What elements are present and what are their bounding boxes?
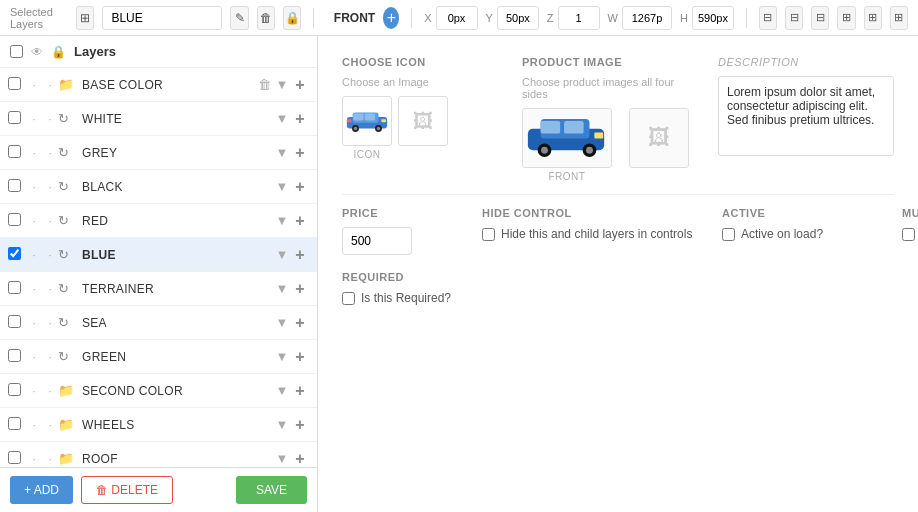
product-image-front-box[interactable]	[522, 108, 612, 168]
layer-checkbox[interactable]	[8, 315, 21, 328]
w-input[interactable]	[622, 6, 672, 30]
lock-icon[interactable]: 🔒	[283, 6, 301, 30]
layer-checkbox-wrap[interactable]	[8, 315, 26, 331]
layer-add-icon[interactable]: +	[291, 144, 309, 162]
layer-checkbox-wrap[interactable]	[8, 281, 26, 297]
layer-arrow-icon[interactable]: ▼	[273, 450, 291, 468]
layer-row[interactable]: · · 📁 WHEELS ▼ +	[0, 408, 317, 442]
layer-row[interactable]: · · ↻ RED ▼ +	[0, 204, 317, 238]
align-right-icon[interactable]: ⊟	[811, 6, 829, 30]
layer-eye-icon[interactable]: ·	[26, 249, 42, 261]
layer-lock-icon[interactable]: ·	[42, 113, 58, 125]
layer-eye-icon[interactable]: ·	[26, 79, 42, 91]
layer-eye-icon[interactable]: ·	[26, 283, 42, 295]
layer-add-icon[interactable]: +	[291, 416, 309, 434]
layer-eye-icon[interactable]: ·	[26, 351, 42, 363]
align-bottom-icon[interactable]: ⊞	[890, 6, 908, 30]
layer-checkbox[interactable]	[8, 247, 21, 260]
layer-checkbox-wrap[interactable]	[8, 145, 26, 161]
layer-lock-icon[interactable]: ·	[42, 215, 58, 227]
layer-checkbox-wrap[interactable]	[8, 383, 26, 399]
x-input[interactable]	[436, 6, 478, 30]
save-button[interactable]: SAVE	[236, 476, 307, 504]
layer-checkbox[interactable]	[8, 145, 21, 158]
layer-add-icon[interactable]: +	[291, 212, 309, 230]
align-center-h-icon[interactable]: ⊟	[785, 6, 803, 30]
layer-checkbox-wrap[interactable]	[8, 179, 26, 195]
h-input[interactable]	[692, 6, 734, 30]
layer-add-icon[interactable]: +	[291, 178, 309, 196]
layer-checkbox[interactable]	[8, 281, 21, 294]
layer-lock-icon[interactable]: ·	[42, 283, 58, 295]
layer-eye-icon[interactable]: ·	[26, 419, 42, 431]
layer-checkbox-wrap[interactable]	[8, 77, 26, 93]
car-icon-box[interactable]	[342, 96, 392, 146]
add-front-button[interactable]: +	[383, 7, 399, 29]
layer-checkbox[interactable]	[8, 111, 21, 124]
layer-checkbox[interactable]	[8, 77, 21, 90]
layer-row[interactable]: · · 📁 BASE COLOR 🗑 ▼ +	[0, 68, 317, 102]
layer-arrow-icon[interactable]: ▼	[273, 246, 291, 264]
description-textarea[interactable]: Lorem ipsum dolor sit amet, consectetur …	[718, 76, 894, 156]
layer-row[interactable]: · · ↻ TERRAINER ▼ +	[0, 272, 317, 306]
layer-add-icon[interactable]: +	[291, 382, 309, 400]
price-input[interactable]	[342, 227, 412, 255]
layer-lock-icon[interactable]: ·	[42, 385, 58, 397]
layer-checkbox[interactable]	[8, 417, 21, 430]
layer-arrow-icon[interactable]: ▼	[273, 280, 291, 298]
layer-add-icon[interactable]: +	[291, 314, 309, 332]
layer-row[interactable]: · · ↻ GREEN ▼ +	[0, 340, 317, 374]
layer-row[interactable]: · · 📁 ROOF ▼ +	[0, 442, 317, 467]
y-input[interactable]	[497, 6, 539, 30]
product-image-placeholder-box[interactable]: 🖼	[629, 108, 689, 168]
layer-checkbox[interactable]	[8, 383, 21, 396]
layer-eye-icon[interactable]: ·	[26, 113, 42, 125]
layer-checkbox-wrap[interactable]	[8, 247, 26, 263]
layer-lock-icon[interactable]: ·	[42, 317, 58, 329]
delete-button[interactable]: 🗑 DELETE	[81, 476, 173, 504]
align-left-icon[interactable]: ⊟	[759, 6, 777, 30]
layer-eye-icon[interactable]: ·	[26, 385, 42, 397]
layer-row[interactable]: · · ↻ GREY ▼ +	[0, 136, 317, 170]
layer-checkbox-wrap[interactable]	[8, 213, 26, 229]
layer-lock-icon[interactable]: ·	[42, 147, 58, 159]
layer-arrow-icon[interactable]: ▼	[273, 178, 291, 196]
align-top-icon[interactable]: ⊞	[837, 6, 855, 30]
layer-checkbox-wrap[interactable]	[8, 111, 26, 127]
layer-row[interactable]: · · ↻ BLACK ▼ +	[0, 170, 317, 204]
layer-row[interactable]: · · ↻ WHITE ▼ +	[0, 102, 317, 136]
layer-arrow-icon[interactable]: ▼	[273, 110, 291, 128]
layer-arrow-icon[interactable]: ▼	[273, 416, 291, 434]
delete-icon[interactable]: 🗑	[257, 6, 275, 30]
layer-add-icon[interactable]: +	[291, 76, 309, 94]
layer-add-icon[interactable]: +	[291, 246, 309, 264]
align-center-v-icon[interactable]: ⊞	[864, 6, 882, 30]
layer-lock-icon[interactable]: ·	[42, 181, 58, 193]
multiple-checkbox[interactable]	[902, 228, 915, 241]
layer-checkbox[interactable]	[8, 213, 21, 226]
layer-row[interactable]: · · ↻ SEA ▼ +	[0, 306, 317, 340]
layer-lock-icon[interactable]: ·	[42, 79, 58, 91]
layer-eye-icon[interactable]: ·	[26, 317, 42, 329]
add-button[interactable]: + ADD	[10, 476, 73, 504]
active-checkbox[interactable]	[722, 228, 735, 241]
layer-lock-icon[interactable]: ·	[42, 419, 58, 431]
layer-checkbox[interactable]	[8, 179, 21, 192]
layer-arrow-icon[interactable]: ▼	[273, 314, 291, 332]
layer-add-icon[interactable]: +	[291, 348, 309, 366]
layer-arrow-icon[interactable]: ▼	[273, 382, 291, 400]
layer-arrow-icon[interactable]: ▼	[273, 76, 291, 94]
layer-arrow-icon[interactable]: ▼	[273, 348, 291, 366]
layer-arrow-icon[interactable]: ▼	[273, 212, 291, 230]
layer-add-icon[interactable]: +	[291, 110, 309, 128]
layer-checkbox[interactable]	[8, 451, 21, 464]
layer-row[interactable]: · · 📁 SECOND COLOR ▼ +	[0, 374, 317, 408]
layer-checkbox-wrap[interactable]	[8, 349, 26, 365]
layer-add-icon[interactable]: +	[291, 280, 309, 298]
layer-lock-icon[interactable]: ·	[42, 249, 58, 261]
layer-add-icon[interactable]: +	[291, 450, 309, 468]
layer-lock-icon[interactable]: ·	[42, 453, 58, 465]
z-input[interactable]	[558, 6, 600, 30]
layer-eye-icon[interactable]: ·	[26, 215, 42, 227]
layer-checkbox-wrap[interactable]	[8, 417, 26, 433]
